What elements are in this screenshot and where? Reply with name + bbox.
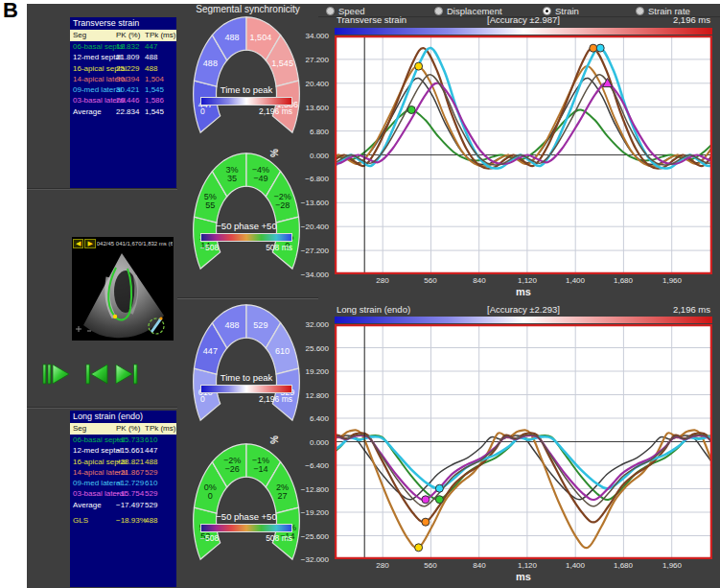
radio-circle bbox=[326, 7, 335, 15]
radio-label: Displacement bbox=[447, 6, 502, 16]
skip-end-button[interactable] bbox=[114, 362, 139, 387]
cell: 488 bbox=[145, 515, 157, 526]
x-tick-label: 280 bbox=[361, 276, 404, 285]
table-row[interactable]: 06-basal septal−15.733610 bbox=[70, 435, 176, 445]
scale-max: 2,196 ms bbox=[259, 394, 292, 404]
scale-min: 0 bbox=[200, 106, 205, 116]
table-row[interactable]: 16-apical septal−28.821488 bbox=[70, 457, 176, 467]
cell: 30.421 bbox=[116, 84, 139, 95]
transverse-strain-chart[interactable] bbox=[335, 35, 712, 274]
y-tick-label: −6.400 bbox=[290, 461, 329, 470]
y-tick-label: 0.000 bbox=[290, 152, 329, 160]
skip-start-button[interactable] bbox=[84, 362, 109, 387]
col-header: Seg bbox=[73, 30, 86, 41]
cell: −15.754 bbox=[116, 488, 144, 499]
table-title: Long strain (endo) bbox=[70, 411, 176, 423]
radio-strain[interactable]: Strain bbox=[543, 5, 579, 16]
arch-segment-label: 610 bbox=[275, 346, 290, 356]
peak-marker bbox=[596, 44, 604, 52]
table-row[interactable]: 14-apical lateral30.3941,504 bbox=[70, 74, 176, 84]
table-row[interactable]: 09-med lateral−12.729610 bbox=[70, 478, 176, 488]
y-tick-label: 6.400 bbox=[290, 414, 329, 423]
frame-back-button[interactable]: ◀ bbox=[73, 239, 83, 248]
arch-segment-label: 488 bbox=[203, 59, 218, 68]
cell: −28.821 bbox=[116, 457, 144, 467]
ttp-legend: Time to peak 0 2,196 ms bbox=[198, 372, 294, 404]
radio-speed[interactable]: Speed bbox=[326, 5, 364, 16]
cell: 1,545 bbox=[145, 106, 164, 117]
cell: Average bbox=[73, 106, 102, 117]
y-tick-label: −20.400 bbox=[290, 223, 329, 231]
cell: 30.394 bbox=[116, 74, 139, 84]
arch-segment-label: 447 bbox=[203, 346, 218, 356]
arch-segment-label: 488 bbox=[225, 33, 240, 42]
legend-scale: −508 508 ms bbox=[200, 243, 292, 252]
long-strain-table: Long strain (endo)SegPK (%)TPk (ms)06-ba… bbox=[70, 411, 176, 587]
y-tick-label: −27.200 bbox=[290, 247, 329, 255]
table-row[interactable]: 12-med septal−15.661447 bbox=[70, 445, 176, 456]
cell: 25.229 bbox=[116, 63, 139, 74]
y-tick-label: 0.000 bbox=[290, 438, 329, 447]
table-row[interactable]: 16-apical septal25.229488 bbox=[70, 63, 176, 74]
table-row[interactable]: 14-apical lateral−21.867529 bbox=[70, 467, 176, 478]
scale-max: 2,196 ms bbox=[259, 106, 292, 116]
gls-row[interactable]: GLS−18.93%488 bbox=[70, 515, 176, 526]
y-tick-label: −19.200 bbox=[290, 508, 329, 517]
y-axis-label: % bbox=[269, 435, 280, 444]
frame-forward-button[interactable]: ▶ bbox=[84, 239, 95, 248]
long-strain-chart[interactable] bbox=[335, 324, 712, 559]
legend-title: Time to peak bbox=[198, 84, 294, 95]
x-axis-label: ms bbox=[335, 286, 712, 297]
table-row[interactable]: 03-basal lateral20.4461,586 bbox=[70, 95, 176, 106]
x-tick-label: 1,400 bbox=[554, 561, 596, 570]
ultrasound-image[interactable] bbox=[72, 248, 174, 340]
phase-gradient-bar bbox=[200, 233, 292, 242]
radio-strain-rate[interactable]: Strain rate bbox=[636, 5, 690, 16]
scale-max: 508 ms bbox=[266, 533, 292, 543]
scale-min: −508 bbox=[200, 533, 219, 543]
cell: 488 bbox=[145, 457, 157, 467]
time-gradient-strip bbox=[335, 317, 712, 323]
peak-marker bbox=[415, 62, 423, 70]
col-header: Seg bbox=[73, 423, 86, 435]
table-row[interactable]: 06-basal septal12.832447 bbox=[70, 41, 176, 52]
x-tick-label: 1,120 bbox=[506, 561, 548, 570]
cell: 22.834 bbox=[116, 106, 139, 117]
arch-segment-label: −1%−14 bbox=[252, 456, 269, 474]
cell: 488 bbox=[145, 63, 157, 74]
y-tick-label: 19.200 bbox=[290, 367, 329, 376]
cell: 12-med septal bbox=[73, 52, 122, 62]
x-tick-label: 1,400 bbox=[554, 276, 596, 285]
legend-scale: −508 508 ms bbox=[200, 533, 292, 543]
cell: 09-med lateral bbox=[73, 84, 122, 95]
playback-controls bbox=[42, 360, 157, 388]
play-button[interactable] bbox=[42, 362, 71, 387]
y-tick-label: 13.600 bbox=[290, 104, 329, 112]
section-divider bbox=[27, 188, 177, 190]
probe-tip bbox=[159, 317, 162, 319]
table-row[interactable]: Average22.8341,545 bbox=[70, 106, 176, 117]
x-tick-label: 560 bbox=[409, 561, 452, 570]
col-header: PK (%) bbox=[116, 423, 140, 435]
peak-marker bbox=[435, 484, 443, 492]
ttp-gradient-bar bbox=[200, 385, 292, 393]
peak-marker bbox=[435, 496, 443, 504]
table-row[interactable]: Average−17.497529 bbox=[70, 500, 176, 510]
ttp-legend: Time to peak 0 2,196 ms bbox=[198, 84, 294, 116]
radio-displacement[interactable]: Displacement bbox=[434, 5, 502, 16]
y-tick-label: −13.600 bbox=[290, 199, 329, 207]
phase-arch-transverse: 1%145%553%35−4%−49−2%−280%0 −50 phase +5… bbox=[182, 150, 311, 286]
peak-marker bbox=[590, 44, 597, 52]
cell: Average bbox=[73, 500, 102, 510]
arch-svg: 610447488529610529 bbox=[182, 301, 311, 422]
table-row[interactable]: 12-med septal21.809488 bbox=[70, 52, 176, 62]
cell: 09-med lateral bbox=[73, 478, 122, 488]
y-tick-label: −25.600 bbox=[290, 532, 329, 541]
cell: −21.867 bbox=[116, 467, 144, 478]
table-row[interactable]: 09-med lateral30.4211,545 bbox=[70, 84, 176, 95]
x-tick-label: 1,960 bbox=[651, 561, 693, 570]
table-row[interactable]: 03-basal lateral−15.754529 bbox=[70, 488, 176, 499]
arch-segment-label: 1,504 bbox=[250, 33, 272, 42]
arch-segment-label: −2%−28 bbox=[273, 192, 290, 210]
arch-segment-label: 2%27 bbox=[276, 482, 289, 501]
